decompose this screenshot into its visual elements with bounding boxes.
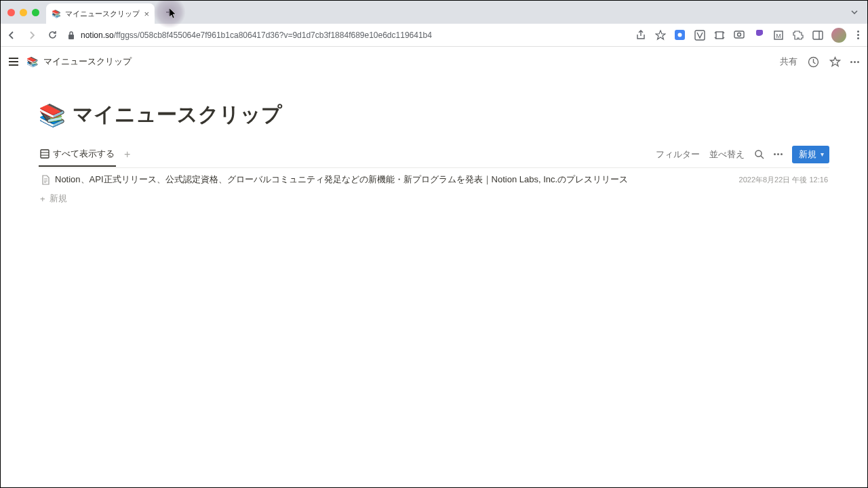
back-button[interactable]	[6, 30, 17, 41]
page-header: 📚 マイニュースクリップ	[39, 101, 829, 129]
tabs-dropdown-button[interactable]	[846, 7, 863, 17]
page-title[interactable]: マイニュースクリップ	[73, 101, 282, 129]
nav-buttons	[6, 30, 58, 41]
tab-favicon-icon: 📚	[52, 9, 61, 18]
database-view-bar: すべて表示する + フィルター 並べ替え 新規 ▾	[39, 141, 829, 168]
url-text: notion.so/ffggss/058cb8f455064e7f961b1ca…	[81, 30, 432, 40]
search-icon	[754, 149, 764, 159]
page-emoji-icon[interactable]: 📚	[39, 102, 66, 128]
plus-icon: +	[40, 194, 45, 204]
view-tab-label: すべて表示する	[53, 148, 115, 160]
reload-button[interactable]	[47, 30, 58, 41]
extensions-button[interactable]	[792, 29, 804, 41]
forward-button[interactable]	[26, 30, 37, 41]
row-date: 2022年8月22日 午後 12:16	[739, 175, 828, 185]
updates-button[interactable]	[807, 56, 819, 68]
svg-rect-5	[734, 31, 744, 38]
topbar-actions: 共有	[780, 56, 859, 68]
sort-button[interactable]: 並べ替え	[709, 148, 745, 161]
view-controls: フィルター 並べ替え 新規 ▾	[656, 146, 829, 163]
chevron-down-icon	[851, 10, 858, 14]
window-close-button[interactable]	[7, 9, 15, 16]
share-button[interactable]: 共有	[780, 56, 797, 68]
sidebar-toggle-button[interactable]	[9, 58, 18, 66]
view-more-button[interactable]	[774, 153, 783, 155]
row-title: Notion、API正式リリース、公式認定資格、グローバルコミュニティ発足などの…	[55, 174, 728, 186]
extension-icon-2[interactable]	[694, 29, 705, 41]
add-row-label: 新規	[50, 192, 67, 205]
svg-rect-4	[716, 32, 723, 39]
svg-point-6	[737, 33, 741, 36]
new-item-button[interactable]: 新規 ▾	[792, 146, 829, 163]
search-button[interactable]	[754, 149, 764, 159]
url-field[interactable]: notion.so/ffggss/058cb8f455064e7f961b1ca…	[64, 30, 628, 40]
new-tab-button[interactable]	[160, 3, 179, 22]
svg-rect-12	[41, 150, 49, 158]
add-view-button[interactable]: +	[124, 148, 130, 161]
database-row[interactable]: Notion、API正式リリース、公式認定資格、グローバルコミュニティ発足などの…	[39, 169, 829, 190]
list-view-icon	[40, 149, 50, 159]
breadcrumb-icon: 📚	[26, 56, 38, 67]
page-content: 📚 マイニュースクリップ すべて表示する + フィルター 並べ替え 新規 ▾ N…	[1, 101, 867, 207]
share-icon[interactable]	[635, 29, 646, 41]
browser-chrome: 📚 マイニュースクリップ × notion.so/ffggss/058cb8f4…	[1, 1, 867, 47]
extension-icon-5[interactable]	[753, 29, 764, 41]
favorite-button[interactable]	[829, 56, 841, 68]
tab-close-button[interactable]: ×	[144, 9, 149, 19]
sidepanel-icon[interactable]	[812, 29, 823, 41]
filter-button[interactable]: フィルター	[656, 148, 700, 161]
window-maximize-button[interactable]	[32, 9, 39, 16]
view-tab-all[interactable]: すべて表示する	[39, 142, 116, 167]
extension-icon-3[interactable]	[713, 29, 725, 41]
window-minimize-button[interactable]	[20, 9, 27, 16]
profile-avatar[interactable]	[831, 28, 846, 43]
tab-title: マイニュースクリップ	[65, 9, 140, 19]
address-bar: notion.so/ffggss/058cb8f455064e7f961b1ca…	[1, 24, 867, 47]
page-more-button[interactable]	[850, 61, 859, 63]
bookmark-star-icon[interactable]	[654, 29, 666, 41]
notion-topbar: 📚 マイニュースクリップ 共有	[1, 47, 867, 77]
svg-rect-0	[68, 35, 74, 39]
toolbar-icons: M	[635, 28, 862, 43]
lock-icon	[67, 30, 75, 40]
breadcrumb[interactable]: マイニュースクリップ	[43, 56, 132, 68]
extension-icon-6[interactable]: M	[772, 29, 784, 41]
svg-point-2	[678, 33, 682, 37]
chevron-down-icon: ▾	[821, 150, 824, 158]
page-icon	[40, 174, 51, 185]
window-controls	[5, 9, 39, 16]
cursor-icon	[170, 8, 178, 19]
svg-point-15	[755, 150, 762, 157]
svg-text:M: M	[776, 33, 781, 39]
browser-tab[interactable]: 📚 マイニュースクリップ ×	[46, 3, 155, 24]
extension-icon-1[interactable]	[674, 29, 686, 41]
svg-line-16	[761, 156, 764, 159]
extension-icon-4[interactable]	[733, 29, 745, 41]
tab-bar: 📚 マイニュースクリップ ×	[1, 1, 867, 24]
svg-rect-9	[813, 31, 823, 39]
browser-menu-button[interactable]	[854, 30, 862, 39]
new-button-label: 新規	[799, 148, 816, 161]
add-row-button[interactable]: + 新規	[39, 190, 829, 207]
